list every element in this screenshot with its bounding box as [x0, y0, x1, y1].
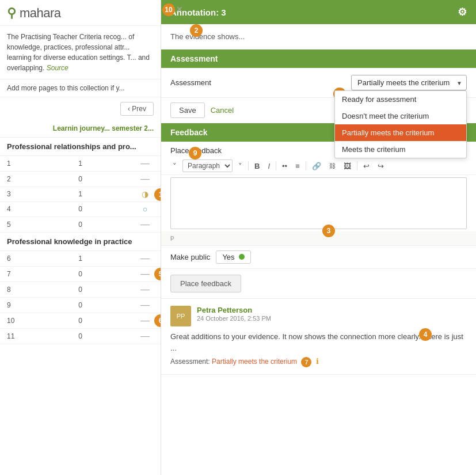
toolbar-chevron[interactable]: ˅ — [170, 161, 179, 172]
section2-title: Professional knowledge in practice — [0, 233, 161, 251]
unlink-button[interactable]: ⛓ — [327, 161, 338, 170]
mahara-logo-text: mahara — [20, 6, 61, 21]
table-row: 2 0 — — [0, 172, 161, 187]
toolbar-divider — [248, 161, 249, 170]
section1-title: Professional relationships and pro... — [0, 138, 161, 156]
prev-btn-row: ‹ Prev — [0, 97, 161, 120]
left-panel: ⚲ mahara The Practising Teacher Criteria… — [0, 0, 161, 475]
green-dot-icon — [239, 254, 245, 260]
comment-assessment: Assessment: Partially meets the criteriu… — [170, 357, 467, 367]
assessment-select-wrapper: Ready for assessment Doesn't meet the cr… — [351, 75, 467, 90]
assessment-select[interactable]: Ready for assessment Doesn't meet the cr… — [351, 75, 467, 90]
learning-journey: Learnin journey... semester 2... — [0, 120, 161, 138]
left-intro: The Practising Teacher Criteria recog...… — [0, 26, 161, 79]
half-circle-icon: ◑ — [142, 189, 148, 199]
italic-button[interactable]: I — [265, 161, 272, 172]
dropdown-item-meets[interactable]: Meets the criterium — [335, 141, 466, 158]
assessment-label: Assessment — [170, 78, 211, 87]
circle-icon: ○ — [143, 204, 147, 214]
image-button[interactable]: 🖼 — [341, 161, 353, 172]
bold-button[interactable]: B — [252, 161, 262, 172]
place-feedback-btn-row: Place feedback — [161, 269, 476, 299]
section1-rows: 1 1 — 2 0 — 3 1 ◑ 1 4 0 ○ 5 0 — — [0, 156, 161, 233]
table-row: 9 0 — — [0, 298, 161, 313]
numbered-list-button[interactable]: ≡ — [293, 161, 302, 172]
info-icon: ℹ — [316, 357, 319, 366]
badge-4: 4 — [419, 328, 432, 341]
badge-3: 3 — [322, 225, 335, 237]
editor-toolbar: ˅ Paragraph ˅ B I •• ≡ 🔗 ⛓ 🖼 ↩ ↪ — [161, 157, 476, 175]
badge-1: 1 — [154, 188, 161, 201]
badge-10: 10 — [162, 3, 175, 16]
editor-area[interactable] — [170, 177, 467, 229]
table-row: 10 0 — 6 — [0, 313, 161, 329]
toolbar-divider3 — [306, 161, 306, 170]
comment-meta: Petra Petterson 24 October 2016, 2:53 PM — [197, 306, 467, 322]
mahara-logo-icon: ⚲ — [7, 6, 16, 21]
section2-rows: 6 1 — 7 0 — 5 8 0 — 9 0 — 10 0 — 6 — [0, 251, 161, 344]
gear-icon[interactable]: ⚙ — [458, 6, 467, 18]
cancel-button[interactable]: Cancel — [211, 102, 234, 118]
badge-7: 7 — [301, 357, 311, 367]
place-feedback-button[interactable]: Place feedback — [170, 275, 241, 292]
table-row: 5 0 — — [0, 217, 161, 233]
undo-button[interactable]: ↩ — [361, 161, 372, 172]
right-panel: 10 ✕ 2 Annotation: 3 ⚙ The evidence show… — [161, 0, 476, 475]
table-row: 11 0 — — [0, 329, 161, 344]
dropdown-item-ready[interactable]: Ready for assessment — [335, 91, 466, 108]
table-row: 7 0 — 5 — [0, 267, 161, 282]
comment-assessment-value[interactable]: Partially meets the criterium — [212, 358, 297, 366]
close-icon[interactable]: ✕ — [176, 5, 183, 14]
yes-badge: Yes — [216, 250, 251, 264]
badge-2: 2 — [190, 24, 203, 37]
assessment-dropdown: Ready for assessment Doesn't meet the cr… — [334, 90, 467, 158]
comment-date: 24 October 2016, 2:53 PM — [197, 315, 467, 322]
table-row: 1 1 — — [0, 156, 161, 172]
table-row: 3 1 ◑ 1 — [0, 187, 161, 202]
prev-button[interactable]: ‹ Prev — [120, 102, 154, 116]
assessment-row: Assessment Ready for assessment Doesn't … — [161, 68, 476, 98]
annotation-header: Annotation: 3 ⚙ — [161, 0, 476, 24]
bullet-list-button[interactable]: •• — [280, 161, 290, 172]
comment-user-row: PP Petra Petterson 24 October 2016, 2:53… — [170, 306, 467, 326]
assessment-header: Assessment — [161, 50, 476, 68]
source-link[interactable]: Source — [47, 64, 68, 72]
make-public-label: Make public — [170, 253, 210, 261]
redo-button[interactable]: ↪ — [375, 161, 386, 172]
intro-text: The Practising Teacher Criteria recog...… — [7, 33, 150, 72]
toolbar-chevron2[interactable]: ˅ — [236, 161, 245, 172]
dropdown-item-doesnt[interactable]: Doesn't meet the criterium — [335, 108, 466, 124]
badge-5: 5 — [154, 268, 161, 280]
badge-9: 9 — [189, 147, 201, 159]
badge-6: 6 — [154, 314, 161, 327]
dropdown-item-partially[interactable]: Partially meets the criterium — [335, 124, 466, 141]
paragraph-select[interactable]: Paragraph — [182, 159, 233, 172]
link-button[interactable]: 🔗 — [310, 161, 323, 172]
annotation-body: The evidence shows... — [161, 24, 476, 50]
left-add-note: Add more pages to this collection if y..… — [0, 79, 161, 97]
make-public-row: Make public Yes — [161, 246, 476, 269]
toolbar-divider4 — [357, 161, 357, 170]
mahara-header: ⚲ mahara — [0, 0, 161, 26]
table-row: 4 0 ○ — [0, 202, 161, 217]
save-button[interactable]: Save — [170, 102, 205, 118]
editor-status: p — [161, 231, 476, 246]
toolbar-divider2 — [276, 161, 276, 170]
table-row: 6 1 — — [0, 251, 161, 267]
table-row: 8 0 — — [0, 282, 161, 298]
commenter-name: Petra Petterson — [197, 306, 467, 314]
avatar: PP — [170, 306, 191, 326]
